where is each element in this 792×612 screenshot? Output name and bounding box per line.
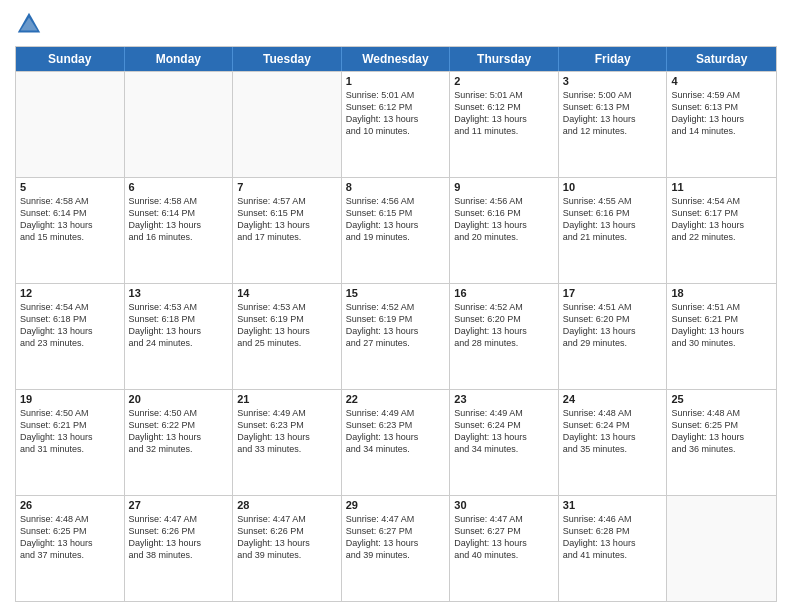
day-cell-25: 25Sunrise: 4:48 AM Sunset: 6:25 PM Dayli… xyxy=(667,390,776,495)
day-cell-13: 13Sunrise: 4:53 AM Sunset: 6:18 PM Dayli… xyxy=(125,284,234,389)
day-info: Sunrise: 4:47 AM Sunset: 6:26 PM Dayligh… xyxy=(129,513,229,562)
day-number: 17 xyxy=(563,287,663,299)
day-number: 24 xyxy=(563,393,663,405)
day-info: Sunrise: 4:46 AM Sunset: 6:28 PM Dayligh… xyxy=(563,513,663,562)
header-day-wednesday: Wednesday xyxy=(342,47,451,71)
header-day-tuesday: Tuesday xyxy=(233,47,342,71)
day-cell-2: 2Sunrise: 5:01 AM Sunset: 6:12 PM Daylig… xyxy=(450,72,559,177)
day-info: Sunrise: 4:50 AM Sunset: 6:21 PM Dayligh… xyxy=(20,407,120,456)
day-cell-7: 7Sunrise: 4:57 AM Sunset: 6:15 PM Daylig… xyxy=(233,178,342,283)
day-info: Sunrise: 4:48 AM Sunset: 6:25 PM Dayligh… xyxy=(20,513,120,562)
day-info: Sunrise: 4:49 AM Sunset: 6:23 PM Dayligh… xyxy=(237,407,337,456)
day-cell-4: 4Sunrise: 4:59 AM Sunset: 6:13 PM Daylig… xyxy=(667,72,776,177)
day-number: 29 xyxy=(346,499,446,511)
day-cell-3: 3Sunrise: 5:00 AM Sunset: 6:13 PM Daylig… xyxy=(559,72,668,177)
day-cell-29: 29Sunrise: 4:47 AM Sunset: 6:27 PM Dayli… xyxy=(342,496,451,601)
day-number: 10 xyxy=(563,181,663,193)
header-day-saturday: Saturday xyxy=(667,47,776,71)
day-cell-23: 23Sunrise: 4:49 AM Sunset: 6:24 PM Dayli… xyxy=(450,390,559,495)
day-cell-14: 14Sunrise: 4:53 AM Sunset: 6:19 PM Dayli… xyxy=(233,284,342,389)
day-cell-31: 31Sunrise: 4:46 AM Sunset: 6:28 PM Dayli… xyxy=(559,496,668,601)
day-number: 5 xyxy=(20,181,120,193)
day-number: 11 xyxy=(671,181,772,193)
page: SundayMondayTuesdayWednesdayThursdayFrid… xyxy=(0,0,792,612)
day-number: 23 xyxy=(454,393,554,405)
week-row-3: 19Sunrise: 4:50 AM Sunset: 6:21 PM Dayli… xyxy=(16,389,776,495)
day-info: Sunrise: 4:52 AM Sunset: 6:19 PM Dayligh… xyxy=(346,301,446,350)
day-number: 25 xyxy=(671,393,772,405)
week-row-1: 5Sunrise: 4:58 AM Sunset: 6:14 PM Daylig… xyxy=(16,177,776,283)
day-info: Sunrise: 4:53 AM Sunset: 6:18 PM Dayligh… xyxy=(129,301,229,350)
day-number: 20 xyxy=(129,393,229,405)
day-cell-16: 16Sunrise: 4:52 AM Sunset: 6:20 PM Dayli… xyxy=(450,284,559,389)
day-number: 19 xyxy=(20,393,120,405)
day-number: 2 xyxy=(454,75,554,87)
day-info: Sunrise: 5:01 AM Sunset: 6:12 PM Dayligh… xyxy=(454,89,554,138)
day-number: 22 xyxy=(346,393,446,405)
day-cell-24: 24Sunrise: 4:48 AM Sunset: 6:24 PM Dayli… xyxy=(559,390,668,495)
day-number: 31 xyxy=(563,499,663,511)
week-row-0: 1Sunrise: 5:01 AM Sunset: 6:12 PM Daylig… xyxy=(16,71,776,177)
day-cell-30: 30Sunrise: 4:47 AM Sunset: 6:27 PM Dayli… xyxy=(450,496,559,601)
day-number: 8 xyxy=(346,181,446,193)
day-cell-12: 12Sunrise: 4:54 AM Sunset: 6:18 PM Dayli… xyxy=(16,284,125,389)
day-number: 12 xyxy=(20,287,120,299)
day-cell-20: 20Sunrise: 4:50 AM Sunset: 6:22 PM Dayli… xyxy=(125,390,234,495)
day-info: Sunrise: 4:51 AM Sunset: 6:21 PM Dayligh… xyxy=(671,301,772,350)
logo xyxy=(15,10,47,38)
day-number: 7 xyxy=(237,181,337,193)
day-number: 18 xyxy=(671,287,772,299)
day-info: Sunrise: 5:01 AM Sunset: 6:12 PM Dayligh… xyxy=(346,89,446,138)
header-day-monday: Monday xyxy=(125,47,234,71)
day-info: Sunrise: 4:50 AM Sunset: 6:22 PM Dayligh… xyxy=(129,407,229,456)
day-number: 21 xyxy=(237,393,337,405)
calendar-body: 1Sunrise: 5:01 AM Sunset: 6:12 PM Daylig… xyxy=(16,71,776,601)
day-cell-21: 21Sunrise: 4:49 AM Sunset: 6:23 PM Dayli… xyxy=(233,390,342,495)
day-number: 1 xyxy=(346,75,446,87)
day-info: Sunrise: 4:56 AM Sunset: 6:15 PM Dayligh… xyxy=(346,195,446,244)
day-info: Sunrise: 4:49 AM Sunset: 6:24 PM Dayligh… xyxy=(454,407,554,456)
day-cell-26: 26Sunrise: 4:48 AM Sunset: 6:25 PM Dayli… xyxy=(16,496,125,601)
day-number: 30 xyxy=(454,499,554,511)
day-cell-28: 28Sunrise: 4:47 AM Sunset: 6:26 PM Dayli… xyxy=(233,496,342,601)
day-info: Sunrise: 4:57 AM Sunset: 6:15 PM Dayligh… xyxy=(237,195,337,244)
day-info: Sunrise: 4:47 AM Sunset: 6:26 PM Dayligh… xyxy=(237,513,337,562)
calendar-header: SundayMondayTuesdayWednesdayThursdayFrid… xyxy=(16,47,776,71)
day-number: 28 xyxy=(237,499,337,511)
day-cell-9: 9Sunrise: 4:56 AM Sunset: 6:16 PM Daylig… xyxy=(450,178,559,283)
header-day-friday: Friday xyxy=(559,47,668,71)
day-cell-22: 22Sunrise: 4:49 AM Sunset: 6:23 PM Dayli… xyxy=(342,390,451,495)
day-cell-8: 8Sunrise: 4:56 AM Sunset: 6:15 PM Daylig… xyxy=(342,178,451,283)
day-info: Sunrise: 4:48 AM Sunset: 6:24 PM Dayligh… xyxy=(563,407,663,456)
day-info: Sunrise: 4:49 AM Sunset: 6:23 PM Dayligh… xyxy=(346,407,446,456)
day-info: Sunrise: 4:54 AM Sunset: 6:18 PM Dayligh… xyxy=(20,301,120,350)
day-info: Sunrise: 4:53 AM Sunset: 6:19 PM Dayligh… xyxy=(237,301,337,350)
day-info: Sunrise: 4:52 AM Sunset: 6:20 PM Dayligh… xyxy=(454,301,554,350)
day-cell-5: 5Sunrise: 4:58 AM Sunset: 6:14 PM Daylig… xyxy=(16,178,125,283)
day-info: Sunrise: 4:48 AM Sunset: 6:25 PM Dayligh… xyxy=(671,407,772,456)
day-cell-empty xyxy=(233,72,342,177)
day-number: 16 xyxy=(454,287,554,299)
day-cell-empty xyxy=(125,72,234,177)
day-info: Sunrise: 5:00 AM Sunset: 6:13 PM Dayligh… xyxy=(563,89,663,138)
day-info: Sunrise: 4:59 AM Sunset: 6:13 PM Dayligh… xyxy=(671,89,772,138)
day-info: Sunrise: 4:58 AM Sunset: 6:14 PM Dayligh… xyxy=(129,195,229,244)
week-row-4: 26Sunrise: 4:48 AM Sunset: 6:25 PM Dayli… xyxy=(16,495,776,601)
day-number: 27 xyxy=(129,499,229,511)
day-cell-19: 19Sunrise: 4:50 AM Sunset: 6:21 PM Dayli… xyxy=(16,390,125,495)
day-info: Sunrise: 4:55 AM Sunset: 6:16 PM Dayligh… xyxy=(563,195,663,244)
day-info: Sunrise: 4:54 AM Sunset: 6:17 PM Dayligh… xyxy=(671,195,772,244)
header-day-sunday: Sunday xyxy=(16,47,125,71)
day-cell-27: 27Sunrise: 4:47 AM Sunset: 6:26 PM Dayli… xyxy=(125,496,234,601)
header xyxy=(15,10,777,38)
day-number: 3 xyxy=(563,75,663,87)
calendar: SundayMondayTuesdayWednesdayThursdayFrid… xyxy=(15,46,777,602)
day-cell-15: 15Sunrise: 4:52 AM Sunset: 6:19 PM Dayli… xyxy=(342,284,451,389)
week-row-2: 12Sunrise: 4:54 AM Sunset: 6:18 PM Dayli… xyxy=(16,283,776,389)
day-info: Sunrise: 4:51 AM Sunset: 6:20 PM Dayligh… xyxy=(563,301,663,350)
day-number: 15 xyxy=(346,287,446,299)
day-number: 6 xyxy=(129,181,229,193)
day-cell-6: 6Sunrise: 4:58 AM Sunset: 6:14 PM Daylig… xyxy=(125,178,234,283)
day-cell-empty xyxy=(16,72,125,177)
day-number: 13 xyxy=(129,287,229,299)
